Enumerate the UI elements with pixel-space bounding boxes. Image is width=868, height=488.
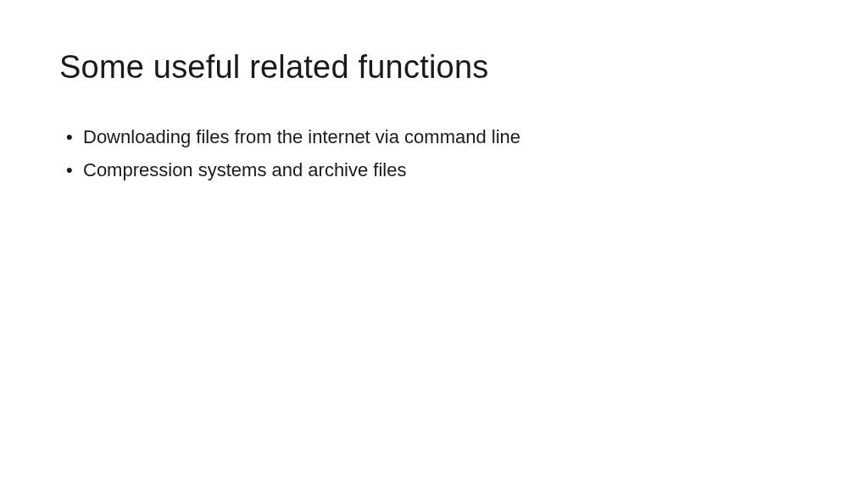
slide-title: Some useful related functions bbox=[59, 49, 809, 86]
slide: Some useful related functions Downloadin… bbox=[0, 0, 868, 488]
list-item: Compression systems and archive files bbox=[66, 156, 809, 184]
list-item: Downloading files from the internet via … bbox=[66, 123, 809, 151]
bullet-list: Downloading files from the internet via … bbox=[59, 123, 809, 184]
